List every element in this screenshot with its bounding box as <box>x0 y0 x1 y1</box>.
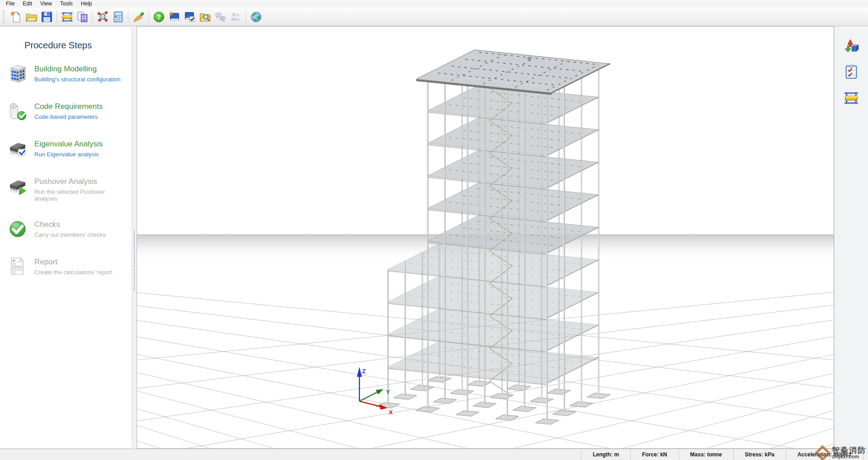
display-arrows-cube-icon[interactable] <box>843 37 860 54</box>
status-length-unit: Length: m <box>581 449 630 460</box>
toolbar-separator <box>128 11 128 23</box>
toolbar-separator <box>245 11 246 23</box>
status-stress-unit: Stress: kPa <box>733 449 786 460</box>
toolbar-separator <box>148 11 149 23</box>
splitter-grip-icon[interactable] <box>134 230 135 291</box>
step-description: Run Eigenvalue analysis <box>34 151 103 158</box>
sidebar-item-code-requirements[interactable]: Code Requirements Code-based parameters <box>7 101 126 122</box>
application-window: File Edit View Tools Help <box>0 0 868 460</box>
verification-book-icon[interactable] <box>182 9 197 24</box>
chip-check-icon <box>7 138 28 159</box>
forum-chat-icon[interactable] <box>212 9 228 24</box>
chip-run-icon <box>7 176 28 197</box>
svg-text:X: X <box>389 409 393 416</box>
support-people-icon <box>228 9 243 24</box>
step-description: Carry out members' checks <box>34 231 106 238</box>
menu-tools[interactable]: Tools <box>56 0 77 8</box>
status-bar: Length: m Force: kN Mass: tonne Stress: … <box>0 449 868 460</box>
calculator-icon[interactable] <box>110 9 126 24</box>
frame-section-icon[interactable] <box>59 9 75 24</box>
step-description: Run the selected Pushover analyses <box>34 188 126 202</box>
checks-list-icon[interactable] <box>843 63 860 80</box>
step-title: Checks <box>34 220 106 229</box>
procedure-steps-list: Building Modelling Building's structural… <box>7 63 132 277</box>
status-mass-unit: Mass: tonne <box>679 449 733 460</box>
manual-book-icon[interactable] <box>166 9 182 24</box>
svg-text:Y: Y <box>386 389 390 395</box>
menu-help[interactable]: Help <box>77 0 96 8</box>
building-icon <box>7 63 28 84</box>
new-project-icon[interactable] <box>8 9 24 24</box>
step-description: Building's structural configuration <box>34 76 120 83</box>
main-toolbar: ? <box>0 8 868 26</box>
menu-view[interactable]: View <box>36 0 56 8</box>
sidebar-title: Procedure Steps <box>24 40 132 51</box>
right-tool-strip <box>834 26 868 449</box>
step-title: Report <box>34 258 112 267</box>
sidebar-item-report: Report Create the calculations' report <box>7 256 126 277</box>
procedure-steps-panel: Procedure Steps <box>0 26 132 449</box>
examples-folder-search-icon[interactable] <box>197 9 212 24</box>
model-3d-canvas[interactable]: ZYX <box>137 27 834 448</box>
step-title: Code Requirements <box>34 102 103 111</box>
watermark-diamond-icon <box>815 445 830 460</box>
step-title: Pushover Analysis <box>34 177 126 186</box>
model-node-search-icon[interactable] <box>95 9 110 24</box>
sidebar-item-checks: Checks Carry out members' checks <box>7 219 126 239</box>
menu-bar: File Edit View Tools Help <box>0 0 868 8</box>
help-icon[interactable]: ? <box>151 9 166 24</box>
frame-section-icon[interactable] <box>843 89 860 107</box>
display-brush-icon[interactable] <box>131 9 146 24</box>
open-project-icon[interactable] <box>24 9 39 24</box>
report-doc-icon <box>7 256 28 277</box>
building-report-icon[interactable] <box>75 9 90 24</box>
sidebar-item-building-modelling[interactable]: Building Modelling Building's structural… <box>7 63 126 84</box>
step-description: Code-based parameters <box>34 113 103 120</box>
scroll-check-icon <box>7 101 28 122</box>
svg-text:Z: Z <box>362 368 366 375</box>
step-title: Eigenvalue Analysis <box>34 140 103 149</box>
status-force-unit: Force: kN <box>630 449 678 460</box>
watermark-text: 智淼消防 <box>832 446 866 455</box>
watermark: 智淼消防 zmjaxf.com <box>815 446 866 460</box>
model-3d-viewport[interactable]: ZYX <box>137 26 834 449</box>
save-project-icon[interactable] <box>39 9 54 24</box>
svg-text:?: ? <box>157 13 161 20</box>
menu-file[interactable]: File <box>2 0 19 8</box>
panel-splitter[interactable] <box>132 26 137 449</box>
website-globe-icon[interactable] <box>248 9 264 24</box>
step-description: Create the calculations' report <box>34 269 112 276</box>
menu-edit[interactable]: Edit <box>19 0 36 8</box>
toolbar-separator <box>92 11 93 23</box>
toolbar-separator <box>57 11 57 23</box>
watermark-url: zmjaxf.com <box>832 454 859 460</box>
step-title: Building Modelling <box>34 65 120 74</box>
green-check-icon <box>7 219 28 239</box>
toolbar-grip[interactable] <box>3 10 5 23</box>
sidebar-item-eigenvalue-analysis[interactable]: Eigenvalue Analysis Run Eigenvalue analy… <box>7 138 126 159</box>
sidebar-item-pushover-analysis: Pushover Analysis Run the selected Pusho… <box>7 176 126 202</box>
